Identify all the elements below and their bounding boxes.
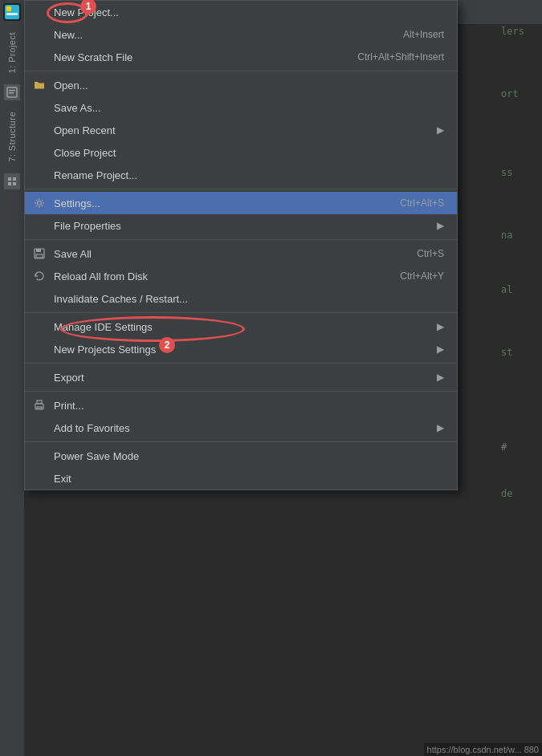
svg-rect-7 [8,177,11,181]
menu-item-open-recent[interactable]: Open Recent ▶ [25,119,457,141]
menu-item-new[interactable]: New... Alt+Insert [25,23,457,46]
menu-item-save-as[interactable]: Save As... [25,96,457,119]
arrow-icon-open-recent: ▶ [437,124,444,136]
arrow-icon-export: ▶ [437,372,444,383]
svg-rect-14 [36,254,43,258]
menu-item-new-projects-settings[interactable]: New Projects Settings ▶ [25,338,457,360]
file-dropdown-menu: New Project... New... Alt+Insert New Scr… [24,0,458,490]
arrow-icon-file-properties: ▶ [437,220,444,231]
menu-item-reload-all[interactable]: Reload All from Disk Ctrl+Alt+Y [25,265,457,287]
menu-item-file-properties[interactable]: File Properties ▶ [25,214,457,237]
menu-item-save-all[interactable]: Save All Ctrl+S [25,242,457,265]
separator-6 [25,391,457,392]
sidebar-icon-2 [4,173,20,189]
menu-item-close-project[interactable]: Close Project [25,141,457,164]
svg-rect-13 [36,249,41,252]
svg-rect-3 [6,13,18,15]
separator-1 [25,71,457,71]
menu-item-rename-project[interactable]: Rename Project... [25,164,457,186]
sidebar-tab-project[interactable]: 1: Project [4,24,20,81]
svg-rect-5 [9,90,15,91]
watermark-text: https://blog.csdn.net/w... 880 [424,743,542,756]
reload-icon [33,270,46,282]
menu-item-new-scratch[interactable]: New Scratch File Ctrl+Alt+Shift+Insert [25,46,457,68]
separator-5 [25,363,457,364]
bg-code-right: lers ort ss na al st # de [498,24,542,501]
svg-rect-17 [37,407,42,408]
sidebar-left: 1: Project 7: Structure [0,24,24,756]
arrow-icon-favorites: ▶ [437,422,444,433]
svg-point-11 [38,201,42,205]
menu-item-exit[interactable]: Exit [25,467,457,490]
app-logo-icon [3,3,21,21]
svg-rect-9 [8,182,11,185]
menu-item-manage-ide-settings[interactable]: Manage IDE Settings ▶ [25,315,457,338]
arrow-icon-new-projects: ▶ [437,343,444,355]
separator-7 [25,441,457,442]
menu-item-new-project[interactable]: New Project... [25,1,457,23]
svg-rect-10 [13,182,16,185]
separator-3 [25,239,457,240]
menu-item-settings[interactable]: Settings... Ctrl+Alt+S [25,192,457,214]
menu-item-open[interactable]: Open... [25,74,457,96]
arrow-icon-manage-ide: ▶ [437,321,444,332]
svg-rect-2 [6,6,11,11]
menu-item-export[interactable]: Export ▶ [25,366,457,388]
save-icon [33,247,46,260]
svg-rect-6 [9,92,14,94]
menu-item-power-save-mode[interactable]: Power Save Mode [25,445,457,467]
svg-rect-16 [37,400,42,404]
separator-4 [25,312,457,313]
gear-icon [33,197,46,209]
folder-icon [33,79,46,91]
svg-rect-8 [13,177,16,181]
sidebar-tab-structure[interactable]: 7: Structure [4,104,20,170]
print-icon [33,399,46,412]
menu-item-invalidate-caches[interactable]: Invalidate Caches / Restart... [25,287,457,310]
menu-item-add-to-favorites[interactable]: Add to Favorites ▶ [25,417,457,439]
separator-2 [25,189,457,189]
menu-item-print[interactable]: Print... [25,394,457,417]
sidebar-icon-1 [4,84,20,100]
